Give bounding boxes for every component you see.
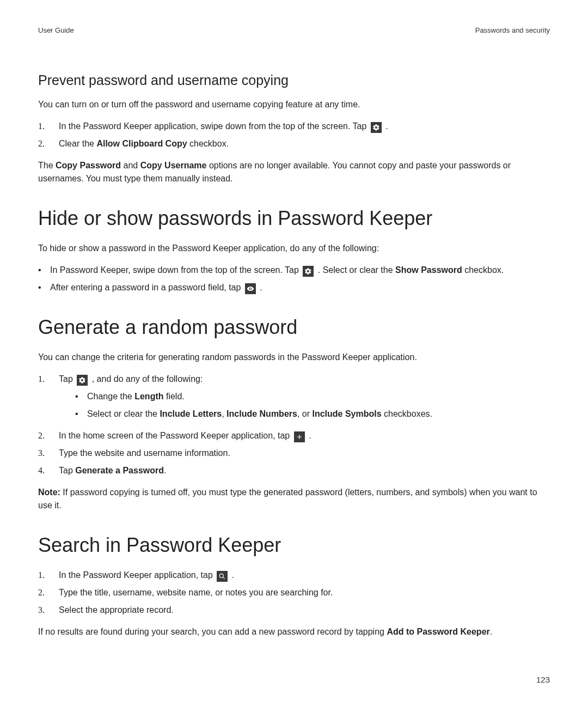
step-number: 2. <box>38 429 59 442</box>
step-text: Select the appropriate record. <box>59 604 550 617</box>
section-search-para: If no results are found during your sear… <box>38 625 550 638</box>
list-item: 1. In the Password Keeper application, s… <box>38 120 550 133</box>
step-text: Type the title, username, website name, … <box>59 586 550 599</box>
section-hide-title: Hide or show passwords in Password Keepe… <box>38 207 550 230</box>
page-number: 123 <box>536 675 550 684</box>
header-right: Passwords and security <box>475 26 550 34</box>
search-icon <box>217 571 228 582</box>
step-number: 2. <box>38 137 59 150</box>
list-item: After entering a password in a password … <box>38 281 550 294</box>
step-text: In the Password Keeper application, tap … <box>59 569 550 582</box>
step-number: 4. <box>38 464 59 477</box>
step-text: In the home screen of the Password Keepe… <box>59 429 550 442</box>
section-hide-bullets: In Password Keeper, swipe down from the … <box>38 264 550 294</box>
list-item: In Password Keeper, swipe down from the … <box>38 264 550 277</box>
list-item: 3. Type the website and username informa… <box>38 447 550 460</box>
list-item: Change the Length field. <box>75 390 550 403</box>
step-text: Tap Generate a Password. <box>59 464 550 477</box>
bold-text: Copy Password <box>56 161 121 170</box>
step-number: 1. <box>38 373 59 386</box>
bold-text: Include Letters <box>160 409 222 418</box>
bold-text: Include Symbols <box>312 409 381 418</box>
step-number: 3. <box>38 447 59 460</box>
step-number: 1. <box>38 120 59 133</box>
list-item: Select or clear the Include Letters, Inc… <box>75 407 550 421</box>
step-text: Clear the Allow Clipboard Copy checkbox. <box>59 137 550 150</box>
section-prevent-steps: 1. In the Password Keeper application, s… <box>38 120 550 150</box>
step-number: 3. <box>38 604 59 617</box>
eye-icon <box>245 283 256 294</box>
section-search-steps: 1. In the Password Keeper application, t… <box>38 569 550 617</box>
section-prevent-intro: You can turn on or turn off the password… <box>38 98 550 111</box>
svg-line-1 <box>223 577 225 579</box>
step-text: In the Password Keeper application, swip… <box>59 120 550 133</box>
section-generate-title: Generate a random password <box>38 316 550 339</box>
step-text: Tap , and do any of the following: Chang… <box>59 373 550 425</box>
section-search-title: Search in Password Keeper <box>38 534 550 557</box>
list-item: 4. Tap Generate a Password. <box>38 464 550 477</box>
step-number: 1. <box>38 569 59 582</box>
section-generate-steps: 1. Tap , and do any of the following: Ch… <box>38 373 550 477</box>
section-prevent-para: The Copy Password and Copy Username opti… <box>38 159 550 185</box>
page-header: User Guide Passwords and security <box>38 26 550 34</box>
section-generate-intro: You can change the criteria for generati… <box>38 351 550 364</box>
sub-bullets: Change the Length field. Select or clear… <box>59 390 550 421</box>
svg-point-0 <box>220 574 224 577</box>
bold-text: Generate a Password <box>75 466 164 475</box>
header-left: User Guide <box>38 26 74 34</box>
bold-text: Add to Password Keeper <box>387 627 489 636</box>
plus-icon <box>294 431 305 442</box>
list-item: 2. Clear the Allow Clipboard Copy checkb… <box>38 137 550 150</box>
gear-icon <box>371 122 382 133</box>
note-label: Note: <box>38 488 60 497</box>
bold-text: Show Password <box>395 265 462 275</box>
step-number: 2. <box>38 586 59 599</box>
gear-icon <box>303 266 314 277</box>
document-page: User Guide Passwords and security Preven… <box>0 0 588 706</box>
section-prevent-title: Prevent password and username copying <box>38 72 550 88</box>
list-item: 1. In the Password Keeper application, t… <box>38 569 550 582</box>
list-item: 3. Select the appropriate record. <box>38 604 550 617</box>
bold-text: Copy Username <box>140 161 207 170</box>
list-item: 2. In the home screen of the Password Ke… <box>38 429 550 442</box>
step-text: Type the website and username informatio… <box>59 447 550 460</box>
bold-text: Length <box>134 392 163 401</box>
list-item: 1. Tap , and do any of the following: Ch… <box>38 373 550 425</box>
list-item: 2. Type the title, username, website nam… <box>38 586 550 599</box>
bold-text: Allow Clipboard Copy <box>96 139 187 148</box>
section-hide-intro: To hide or show a password in the Passwo… <box>38 242 550 255</box>
gear-icon <box>77 375 88 386</box>
section-generate-note: Note: If password copying is turned off,… <box>38 486 550 512</box>
bold-text: Include Numbers <box>226 409 297 418</box>
